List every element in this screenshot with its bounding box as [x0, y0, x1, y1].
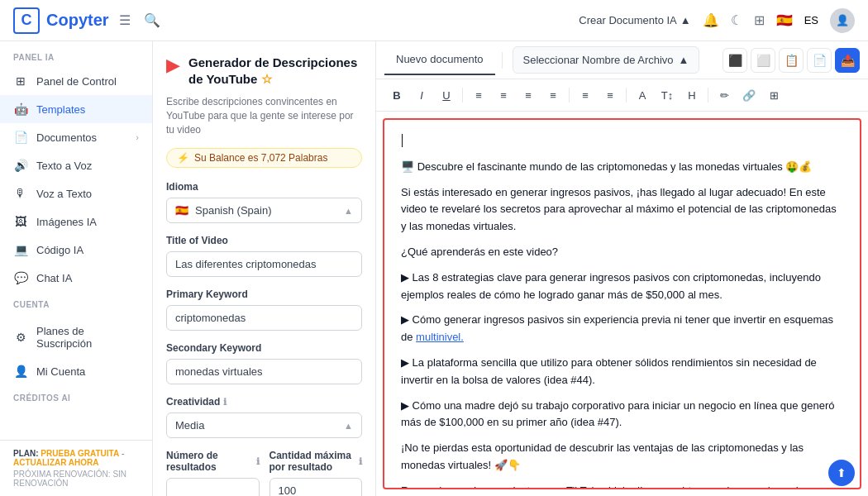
plan-info: PLAN: PRUEBA GRATUITA - ACTUALIZAR AHORA…	[0, 440, 152, 496]
plan-upgrade-button[interactable]: ACTUALIZAR AHORA	[13, 458, 99, 467]
create-doc-button[interactable]: Crear Documento IA ▲	[579, 14, 690, 26]
sidebar-item-templates[interactable]: 🤖 Templates	[0, 95, 152, 123]
robot-icon: 🤖	[13, 103, 28, 116]
toolbar-separator	[569, 88, 570, 103]
editor-bullet-1: ▶ Las 8 estrategias clave para generar i…	[401, 269, 843, 304]
numero-info-icon[interactable]: ℹ	[256, 456, 260, 467]
sidebar-item-imagenes-ia[interactable]: 🖼 Imágenes IA	[0, 207, 152, 236]
toolbar-separator	[462, 88, 463, 103]
numero-label: Número de resultados ℹ	[166, 450, 260, 473]
mic-icon: 🎙	[13, 187, 28, 200]
app-logo[interactable]: C Copyter	[13, 7, 109, 34]
chat-icon: 💬	[13, 271, 28, 284]
tab-separator	[502, 52, 503, 69]
sidebar-item-codigo-ia[interactable]: 💻 Código IA	[0, 236, 152, 264]
tab-new-document[interactable]: Nuevo documento	[384, 45, 495, 75]
bold-button[interactable]: B	[386, 84, 408, 106]
font-color-button[interactable]: A	[632, 84, 653, 106]
sidebar-item-voz-a-texto[interactable]: 🎙 Voz a Texto	[0, 179, 152, 207]
scroll-up-button[interactable]: ⬆	[828, 460, 855, 486]
code-icon: 💻	[13, 243, 28, 256]
chevron-up-icon: ▲	[344, 421, 353, 431]
editor-content[interactable]: 🖥️ Descubre el fascinante mundo de las c…	[383, 118, 861, 489]
sidebar-item-texto-a-voz[interactable]: 🔊 Texto a Voz	[0, 151, 152, 179]
multinivel-link[interactable]: multinivel.	[416, 331, 464, 343]
sidebar-item-label: Documentos	[36, 131, 127, 144]
editor-paragraph-1: Si estás interesado en generar ingresos …	[401, 184, 843, 236]
numero-field-group: Número de resultados ℹ	[166, 450, 260, 496]
plan-sep: -	[119, 449, 124, 458]
sidebar-item-label: Texto a Voz	[36, 160, 139, 172]
navbar-icons: ☰ 🔍	[119, 12, 160, 28]
sidebar-item-planes[interactable]: ⚙ Planes de Suscripción	[0, 317, 152, 357]
secondary-kw-field-group: Secondary Keyword	[166, 342, 362, 384]
logo-box: C	[13, 7, 40, 34]
star-icon[interactable]: ☆	[261, 72, 272, 86]
file-name-label: Seleccionar Nombre de Archivo	[523, 54, 674, 66]
user-avatar[interactable]: 👤	[830, 8, 855, 33]
table-button[interactable]: ⊞	[763, 84, 785, 106]
align-left-button[interactable]: ≡	[468, 84, 489, 106]
bottom-row: Número de resultados ℹ Cantidad máxima p…	[166, 450, 362, 496]
sidebar-item-chat-ia[interactable]: 💬 Chat IA	[0, 264, 152, 292]
bell-icon[interactable]: 🔔	[703, 12, 719, 28]
document-icon: 📄	[13, 131, 28, 144]
cantidad-label: Cantidad máxima por resultado ℹ	[269, 450, 363, 473]
list-button[interactable]: ≡	[575, 84, 596, 106]
idioma-flag-value: 🇪🇸 Spanish (Spain)	[175, 204, 272, 217]
cantidad-input[interactable]	[269, 478, 363, 496]
action-btn-5[interactable]: 📤	[835, 48, 860, 73]
idioma-label: Idioma	[166, 181, 362, 193]
font-size-button[interactable]: T↕	[656, 84, 678, 106]
action-btn-4[interactable]: 📄	[807, 48, 832, 73]
heading-button[interactable]: H	[681, 84, 703, 106]
creativity-info-icon[interactable]: ℹ	[223, 397, 227, 408]
user-icon: 👤	[13, 365, 28, 378]
youtube-icon: ▶	[166, 55, 180, 76]
spain-flag-icon: 🇪🇸	[175, 204, 188, 217]
numero-input[interactable]	[166, 478, 260, 496]
editor-bullet-2: ▶ Cómo generar ingresos pasivos sin expe…	[401, 312, 843, 346]
language-flag[interactable]: 🇪🇸	[776, 12, 793, 28]
pen-button[interactable]: ✏	[713, 84, 735, 106]
tool-header: ▶ Generador de Descripciones de YouTube …	[166, 55, 362, 87]
action-btn-1[interactable]: ⬛	[723, 48, 747, 73]
title-input[interactable]	[166, 251, 362, 277]
primary-kw-input[interactable]	[166, 305, 362, 331]
sidebar-item-panel-control[interactable]: ⊞ Panel de Control	[0, 67, 152, 95]
search-icon[interactable]: 🔍	[144, 12, 160, 28]
italic-button[interactable]: I	[411, 84, 432, 106]
chevron-up-icon: ▲	[679, 54, 689, 66]
secondary-kw-label: Secondary Keyword	[166, 342, 362, 354]
plan-text: PLAN:	[13, 449, 41, 458]
align-center-button[interactable]: ≡	[493, 84, 514, 106]
align-justify-button[interactable]: ≡	[542, 84, 564, 106]
link-button[interactable]: 🔗	[738, 84, 760, 106]
idioma-select[interactable]: 🇪🇸 Spanish (Spain) ▲	[166, 198, 362, 223]
moon-icon[interactable]: ☾	[731, 12, 742, 28]
creativity-select[interactable]: Media ▲	[166, 413, 362, 438]
align-right-button[interactable]: ≡	[517, 84, 539, 106]
editor-heading-1: ¿Qué aprenderás en este video?	[401, 244, 843, 261]
action-btn-2[interactable]: ⬜	[751, 48, 775, 73]
plan-upgrade-link[interactable]: PRUEBA GRATUITA	[41, 449, 119, 458]
editor-paragraph-3: Recuerda seguirme en Instagram, TikTok y…	[401, 483, 843, 489]
editor-bullet-3: ▶ La plataforma sencilla que utilizo par…	[401, 355, 843, 389]
sidebar-item-documentos[interactable]: 📄 Documentos ›	[0, 123, 152, 151]
sidebar-item-mi-cuenta[interactable]: 👤 Mi Cuenta	[0, 357, 152, 385]
grid-icon[interactable]: ⊞	[754, 12, 765, 28]
menu-icon[interactable]: ☰	[119, 12, 131, 28]
title-field-group: Title of Video	[166, 235, 362, 277]
main-container: PANEL IA ⊞ Panel de Control 🤖 Templates …	[0, 41, 868, 496]
underline-button[interactable]: U	[436, 84, 457, 106]
idioma-field-group: Idioma 🇪🇸 Spanish (Spain) ▲	[166, 181, 362, 223]
secondary-kw-input[interactable]	[166, 359, 362, 384]
cuenta-label: CUENTA	[0, 292, 152, 312]
sidebar: PANEL IA ⊞ Panel de Control 🤖 Templates …	[0, 41, 153, 496]
image-icon: 🖼	[13, 215, 28, 228]
action-btn-3[interactable]: 📋	[779, 48, 804, 73]
tab-file-name[interactable]: Seleccionar Nombre de Archivo ▲	[513, 46, 700, 74]
ordered-list-button[interactable]: ≡	[599, 84, 621, 106]
cantidad-info-icon[interactable]: ℹ	[359, 456, 362, 467]
chevron-up-icon: ▲	[680, 14, 691, 26]
